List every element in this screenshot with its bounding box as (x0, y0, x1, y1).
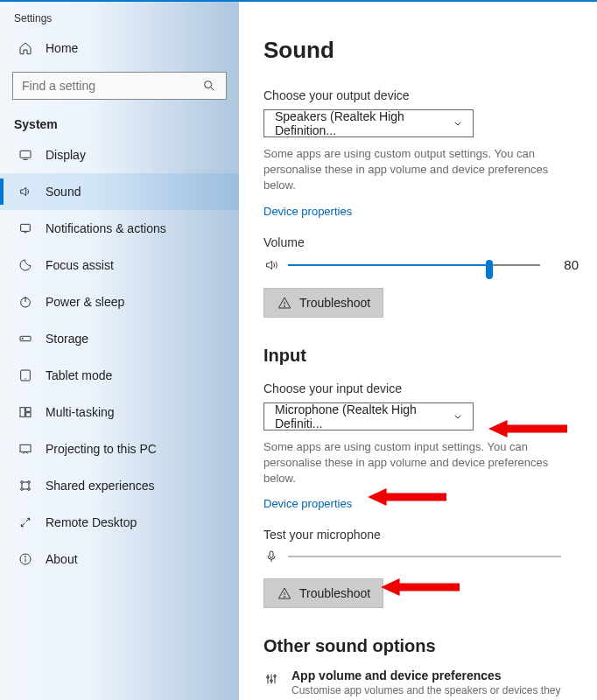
nav-label: Power & sleep (46, 295, 124, 309)
input-selected: Microphone (Realtek High Definiti... (275, 402, 450, 430)
svg-rect-2 (20, 150, 31, 158)
warning-icon (277, 295, 292, 311)
multitask-icon (18, 404, 33, 420)
about-icon (18, 551, 33, 567)
svg-rect-14 (20, 444, 31, 452)
remote-icon (18, 514, 33, 530)
chevron-down-icon (450, 116, 466, 131)
nav-label: Focus assist (46, 258, 114, 272)
mic-level-bar (288, 556, 561, 557)
sidebar-item-notifications[interactable]: Notifications & actions (0, 210, 239, 247)
content-area: Sound Choose your output device Speakers… (239, 2, 597, 700)
svg-point-18 (28, 488, 31, 491)
tablet-icon (18, 368, 33, 383)
notifications-icon (18, 220, 33, 236)
volume-label: Volume (263, 235, 579, 249)
sidebar-item-display[interactable]: Display (0, 136, 239, 173)
svg-point-0 (205, 81, 212, 88)
search-field[interactable] (22, 79, 201, 93)
sidebar-item-multitask[interactable]: Multi-tasking (0, 394, 239, 430)
nav-label: Shared experiences (46, 479, 155, 493)
nav-label: Tablet mode (46, 368, 112, 382)
svg-point-16 (28, 481, 31, 484)
volume-value: 80 (549, 257, 579, 272)
svg-point-15 (21, 481, 24, 484)
window-title: Settings (0, 2, 239, 32)
svg-point-21 (25, 556, 25, 556)
svg-point-17 (21, 488, 24, 491)
shared-icon (18, 478, 33, 494)
sidebar-item-power[interactable]: Power & sleep (0, 284, 239, 320)
power-icon (18, 294, 33, 310)
svg-rect-11 (20, 408, 25, 417)
page-title: Sound (263, 37, 579, 64)
nav-label: Display (46, 148, 86, 162)
microphone-icon (263, 549, 279, 564)
mixer-icon (263, 671, 279, 687)
sidebar-item-shared[interactable]: Shared experiences (0, 467, 239, 504)
nav-label: About (46, 552, 78, 566)
svg-point-23 (284, 305, 285, 306)
nav-list: Display Sound Notifications & actions Fo… (0, 136, 239, 578)
storage-icon (18, 331, 33, 346)
chevron-down-icon (450, 409, 466, 424)
input-device-properties-link[interactable]: Device properties (263, 497, 352, 510)
search-input[interactable] (12, 72, 227, 100)
mic-level-row (263, 549, 561, 564)
output-selected: Speakers (Realtek High Definition... (275, 109, 450, 137)
svg-rect-13 (26, 413, 31, 417)
sidebar-item-storage[interactable]: Storage (0, 320, 239, 357)
svg-rect-12 (26, 408, 31, 412)
input-troubleshoot-button[interactable]: Troubleshoot (263, 578, 383, 608)
sidebar-item-projecting[interactable]: Projecting to this PC (0, 430, 239, 467)
nav-label: Multi-tasking (46, 405, 115, 419)
sidebar-section: System (0, 110, 239, 136)
troubleshoot-label: Troubleshoot (299, 296, 370, 310)
input-heading: Input (263, 346, 579, 366)
home-label: Home (46, 41, 78, 55)
svg-point-8 (22, 338, 23, 339)
input-device-dropdown[interactable]: Microphone (Realtek High Definiti... (263, 402, 474, 430)
sidebar: Settings Home System Display Sound (0, 2, 239, 700)
nav-label: Notifications & actions (46, 221, 166, 235)
input-choose-label: Choose your input device (263, 382, 579, 396)
sidebar-item-tablet[interactable]: Tablet mode (0, 357, 239, 394)
sound-icon (18, 184, 33, 200)
sidebar-item-sound[interactable]: Sound (0, 173, 239, 210)
nav-label: Remote Desktop (46, 515, 137, 529)
home-icon (18, 40, 33, 56)
output-helper: Some apps are using custom output settin… (263, 146, 561, 194)
nav-label: Sound (46, 185, 81, 199)
other-heading: Other sound options (263, 636, 579, 656)
speaker-icon[interactable] (263, 257, 279, 273)
app-volume-title: App volume and device preferences (291, 668, 579, 682)
test-mic-label: Test your microphone (263, 528, 579, 542)
volume-slider[interactable] (288, 256, 540, 274)
output-device-dropdown[interactable]: Speakers (Realtek High Definition... (263, 109, 474, 137)
input-helper: Some apps are using custom input setting… (263, 439, 561, 487)
nav-label: Projecting to this PC (46, 442, 157, 456)
svg-rect-24 (270, 551, 273, 557)
output-device-properties-link[interactable]: Device properties (263, 205, 352, 218)
svg-rect-4 (21, 224, 31, 231)
home-button[interactable]: Home (0, 32, 239, 65)
sidebar-item-remote[interactable]: Remote Desktop (0, 504, 239, 541)
app-volume-item[interactable]: App volume and device preferences Custom… (263, 668, 579, 700)
output-troubleshoot-button[interactable]: Troubleshoot (263, 288, 383, 318)
display-icon (18, 147, 33, 163)
svg-line-1 (211, 88, 214, 90)
svg-point-27 (284, 597, 285, 598)
sidebar-item-focus[interactable]: Focus assist (0, 247, 239, 284)
sidebar-item-about[interactable]: About (0, 541, 239, 578)
search-icon (201, 78, 217, 94)
volume-slider-row: 80 (263, 256, 579, 274)
troubleshoot-label: Troubleshoot (299, 586, 370, 600)
warning-icon (277, 585, 292, 601)
output-choose-label: Choose your output device (263, 88, 579, 102)
nav-label: Storage (46, 332, 88, 346)
app-volume-sub: Customise app volumes and the speakers o… (291, 684, 579, 700)
focus-icon (18, 257, 33, 273)
projecting-icon (18, 441, 33, 457)
